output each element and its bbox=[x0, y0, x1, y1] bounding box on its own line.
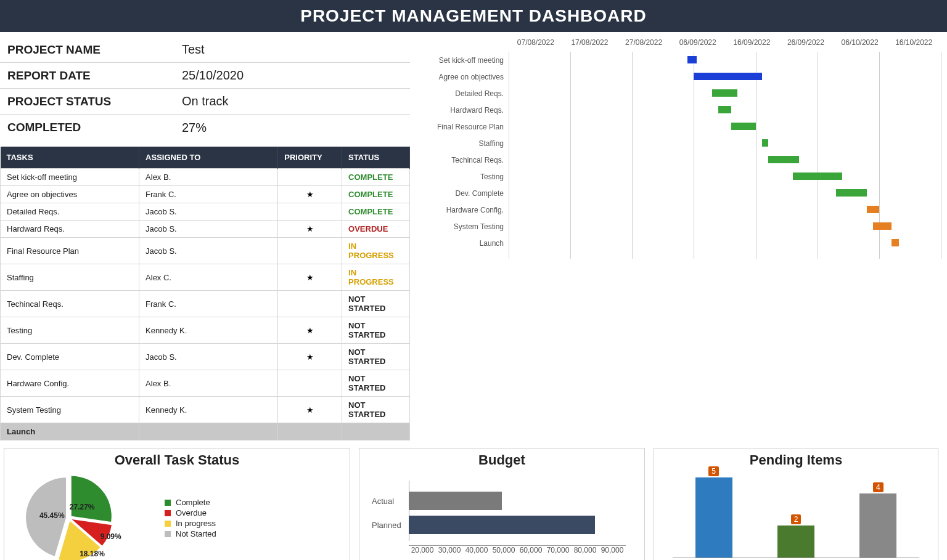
table-row[interactable]: Final Resource PlanJacob S.IN PROGRESS bbox=[1, 238, 410, 264]
cell-priority: ★ bbox=[278, 186, 342, 203]
cell-priority bbox=[278, 423, 342, 440]
gantt-row: Final Resource Plan bbox=[422, 118, 941, 135]
gantt-row-label: Set kick-off meeting bbox=[422, 56, 509, 65]
summary-row: PROJECT NAMETest bbox=[0, 37, 410, 63]
table-row[interactable]: Detailed Reqs.Jacob S.COMPLETE bbox=[1, 203, 410, 221]
legend-item: Complete bbox=[165, 498, 216, 507]
cell-status bbox=[342, 423, 410, 440]
pending-bar-wrap: 2 bbox=[765, 514, 827, 558]
bottom-charts-row: Overall Task Status 27.27%9.09%18.18%45.… bbox=[0, 440, 947, 560]
pending-bar-wrap: 4 bbox=[847, 482, 909, 558]
cell-assigned: Jacob S. bbox=[139, 203, 278, 221]
star-icon: ★ bbox=[306, 273, 314, 282]
gantt-bar bbox=[694, 73, 761, 80]
cell-priority bbox=[278, 169, 342, 186]
gantt-row-track bbox=[509, 185, 941, 201]
gantt-row: Techincal Reqs. bbox=[422, 152, 941, 168]
gantt-date-tick: 26/09/2022 bbox=[779, 38, 833, 47]
tasks-tbody: Set kick-off meetingAlex B.COMPLETEAgree… bbox=[1, 169, 410, 440]
pending-chart-title: Pending Items bbox=[654, 448, 938, 468]
gantt-bar bbox=[873, 222, 892, 230]
star-icon: ★ bbox=[306, 190, 314, 199]
gantt-bar bbox=[731, 123, 756, 130]
cell-priority: ★ bbox=[278, 221, 342, 238]
gantt-row: Set kick-off meeting bbox=[422, 52, 941, 68]
gantt-bar bbox=[762, 139, 768, 147]
summary-row: REPORT DATE25/10/2020 bbox=[0, 63, 410, 89]
table-row-launch[interactable]: Launch bbox=[1, 423, 410, 440]
legend-label: Overdue bbox=[176, 508, 207, 517]
summary-value: Test bbox=[139, 43, 410, 57]
table-row[interactable]: TestingKennedy K.★NOT STARTED bbox=[1, 317, 410, 344]
gantt-row-track bbox=[509, 168, 941, 185]
table-row[interactable]: Hardward Reqs.Jacob S.★OVERDUE bbox=[1, 221, 410, 238]
gantt-row: Detailed Reqs. bbox=[422, 85, 941, 102]
cell-status: NOT STARTED bbox=[342, 344, 410, 370]
budget-tick: 50,000 bbox=[490, 546, 517, 554]
budget-tick: 80,000 bbox=[572, 546, 599, 554]
th-tasks: TASKS bbox=[1, 147, 139, 169]
cell-status: IN PROGRESS bbox=[342, 238, 410, 264]
cell-task: Dev. Complete bbox=[1, 344, 139, 370]
pie-slice bbox=[72, 476, 112, 522]
cell-task: Hardward Reqs. bbox=[1, 221, 139, 238]
cell-status: COMPLETE bbox=[342, 186, 410, 203]
gantt-row: Testing bbox=[422, 168, 941, 185]
pending-bar-wrap: 5 bbox=[683, 466, 745, 558]
cell-assigned: Frank C. bbox=[139, 291, 278, 317]
pending-bar-value-badge: 2 bbox=[791, 514, 801, 524]
table-row[interactable]: StaffingAlex C.★IN PROGRESS bbox=[1, 264, 410, 291]
cell-assigned: Jacob S. bbox=[139, 221, 278, 238]
gantt-bar bbox=[712, 89, 737, 97]
th-assigned: ASSIGNED TO bbox=[139, 147, 278, 169]
cell-task: Staffing bbox=[1, 264, 139, 291]
table-row[interactable]: Set kick-off meetingAlex B.COMPLETE bbox=[1, 169, 410, 186]
legend-item: Not Started bbox=[165, 529, 216, 538]
th-priority: PRIORITY bbox=[278, 147, 342, 169]
gantt-bar bbox=[768, 156, 799, 163]
gantt-row-label: Techincal Reqs. bbox=[422, 156, 509, 164]
table-row[interactable]: System TestingKennedy K.★NOT STARTED bbox=[1, 397, 410, 423]
summary-row: PROJECT STATUSOn track bbox=[0, 89, 410, 115]
pending-bar bbox=[859, 493, 896, 558]
cell-priority: ★ bbox=[278, 317, 342, 344]
gantt-row-track bbox=[509, 201, 941, 218]
budget-chart-title: Budget bbox=[359, 448, 644, 468]
cell-task: Testing bbox=[1, 317, 139, 344]
cell-priority: ★ bbox=[278, 264, 342, 291]
budget-tick: 30,000 bbox=[436, 546, 463, 554]
gantt-row-track bbox=[509, 52, 941, 68]
legend-label: In progress bbox=[176, 519, 216, 528]
cell-status: COMPLETE bbox=[342, 169, 410, 186]
legend-swatch bbox=[165, 510, 171, 516]
budget-bar bbox=[409, 516, 595, 534]
pending-bar bbox=[695, 477, 732, 558]
star-icon: ★ bbox=[306, 224, 314, 233]
summary-value: On track bbox=[139, 94, 410, 108]
th-status: STATUS bbox=[342, 147, 410, 169]
gantt-date-tick: 07/08/2022 bbox=[509, 38, 563, 47]
gantt-plot: Set kick-off meetingAgree on objectivesD… bbox=[422, 52, 941, 259]
summary-label: PROJECT STATUS bbox=[0, 95, 139, 108]
cell-task: Final Resource Plan bbox=[1, 238, 139, 264]
gantt-bar bbox=[718, 106, 731, 113]
gantt-row-label: System Testing bbox=[422, 222, 509, 231]
gantt-bar bbox=[867, 206, 879, 213]
table-row[interactable]: Dev. CompleteJacob S.★NOT STARTED bbox=[1, 344, 410, 370]
legend-swatch bbox=[165, 521, 171, 527]
summary-label: COMPLETED bbox=[0, 121, 139, 134]
gantt-row-label: Hardward Reqs. bbox=[422, 106, 509, 115]
cell-priority bbox=[278, 370, 342, 397]
star-icon: ★ bbox=[306, 405, 314, 415]
summary-value: 25/10/2020 bbox=[139, 68, 410, 83]
table-row[interactable]: Techincal Reqs.Frank C.NOT STARTED bbox=[1, 291, 410, 317]
table-row[interactable]: Agree on objectivesFrank C.★COMPLETE bbox=[1, 186, 410, 203]
table-row[interactable]: Hardware Config.Alex B.NOT STARTED bbox=[1, 370, 410, 397]
cell-assigned: Frank C. bbox=[139, 186, 278, 203]
gantt-row-label: Final Resource Plan bbox=[422, 123, 509, 131]
cell-status: NOT STARTED bbox=[342, 397, 410, 423]
gantt-date-tick: 16/09/2022 bbox=[725, 38, 779, 47]
pie-slice-label: 18.18% bbox=[80, 550, 105, 558]
gantt-date-tick: 27/08/2022 bbox=[617, 38, 671, 47]
budget-plot: ActualPlanned20,00030,00040,00050,00060,… bbox=[409, 481, 626, 554]
